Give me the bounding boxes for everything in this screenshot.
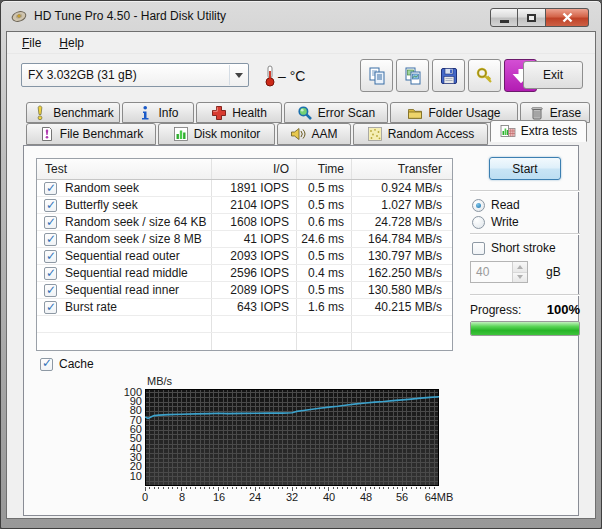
separator: [470, 294, 580, 296]
options-button[interactable]: [468, 59, 501, 92]
exit-button[interactable]: Exit: [523, 61, 583, 89]
separator: [470, 233, 580, 235]
table-row-empty: [37, 333, 452, 350]
spin-up-button[interactable]: [513, 262, 527, 273]
tab-error-scan[interactable]: Error Scan: [284, 102, 388, 123]
tab-info[interactable]: Info: [122, 102, 194, 123]
table-row[interactable]: Burst rate 643 IOPS 1.6 ms 40.215 MB/s: [37, 299, 452, 316]
copy-image-button[interactable]: [396, 59, 429, 92]
x-tick-label: 8: [179, 491, 185, 503]
table-row[interactable]: Sequential read inner 2089 IOPS 0.5 ms 1…: [37, 282, 452, 299]
menu-help[interactable]: Help: [50, 33, 93, 53]
table-row[interactable]: Random seek / size 8 MB 41 IOPS 24.6 ms …: [37, 231, 452, 248]
x-tick-label: 24: [249, 491, 261, 503]
row-checkbox[interactable]: [44, 182, 57, 195]
thermometer-icon: [261, 64, 278, 88]
col-header-test: Test: [37, 159, 212, 179]
row-checkbox[interactable]: [44, 267, 57, 280]
speaker-icon: [290, 126, 306, 142]
write-radio[interactable]: [472, 216, 485, 229]
y-tick-label: 100: [104, 386, 142, 398]
folder-icon: [407, 105, 423, 121]
menu-file[interactable]: File: [13, 33, 50, 53]
drive-selector-dropdown-button[interactable]: [229, 65, 247, 85]
chart-plot-area: [145, 389, 439, 492]
save-icon: [439, 66, 459, 86]
table-row[interactable]: Random seek 1891 IOPS 0.5 ms 0.924 MB/s: [37, 180, 452, 197]
extra-tests-page: Test I/O Time Transfer Random seek 1891 …: [23, 145, 579, 516]
table-row[interactable]: Sequential read middle 2596 IOPS 0.4 ms …: [37, 265, 452, 282]
spin-down-icon: [517, 275, 523, 279]
window-title: HD Tune Pro 4.50 - Hard Disk Utility: [34, 9, 226, 23]
separator: [470, 190, 580, 192]
row-checkbox[interactable]: [44, 216, 57, 229]
progress-row: Progress: 100%: [470, 302, 580, 317]
magnifier-icon: [297, 105, 313, 121]
spinner-buttons: [512, 262, 527, 282]
temperature-indicator: – °C: [261, 64, 305, 88]
table-row-empty: [37, 316, 452, 333]
x-tick-label: 16: [213, 491, 225, 503]
short-stroke-option[interactable]: Short stroke: [472, 241, 556, 255]
chevron-down-icon: [235, 73, 243, 78]
x-tick-label: 40: [323, 491, 335, 503]
col-header-transfer: Transfer: [352, 159, 449, 179]
read-option[interactable]: Read: [472, 198, 520, 212]
tab-benchmark[interactable]: Benchmark: [26, 102, 120, 123]
tab-file-benchmark[interactable]: File Benchmark: [26, 123, 156, 145]
minimize-button[interactable]: [490, 8, 518, 27]
benchmark-icon: [32, 105, 48, 121]
tab-extra-tests[interactable]: Extra tests: [490, 120, 587, 142]
table-row[interactable]: Sequential read outer 2093 IOPS 0.5 ms 1…: [37, 248, 452, 265]
row-checkbox[interactable]: [44, 301, 57, 314]
short-stroke-checkbox[interactable]: [472, 242, 485, 255]
progress-label: Progress:: [470, 303, 521, 317]
temperature-value: – °C: [278, 68, 305, 84]
toolbar: FX 3.032GB (31 gB) – °C: [7, 54, 595, 98]
tab-disk-monitor[interactable]: Disk monitor: [158, 123, 275, 145]
app-window: HD Tune Pro 4.50 - Hard Disk Utility Fil…: [0, 0, 602, 529]
title-bar: HD Tune Pro 4.50 - Hard Disk Utility: [1, 1, 601, 31]
cache-checkbox[interactable]: [40, 358, 53, 371]
row-checkbox[interactable]: [44, 250, 57, 263]
random-dots-icon: [367, 126, 383, 142]
row-checkbox[interactable]: [44, 284, 57, 297]
table-row[interactable]: Random seek / size 64 KB 1608 IOPS 0.6 m…: [37, 214, 452, 231]
info-icon: [137, 105, 153, 121]
table-row[interactable]: Butterfly seek 2104 IOPS 0.5 ms 1.027 MB…: [37, 197, 452, 214]
col-header-time: Time: [297, 159, 352, 179]
row-checkbox[interactable]: [44, 199, 57, 212]
copy-text-button[interactable]: [360, 59, 393, 92]
client-area: File Help FX 3.032GB (31 gB) – °C: [6, 31, 596, 519]
read-radio[interactable]: [472, 199, 485, 212]
x-tick-label: 56: [396, 491, 408, 503]
write-option[interactable]: Write: [472, 215, 519, 229]
menu-bar: File Help: [7, 32, 595, 54]
x-tick-label: 64MB: [425, 491, 454, 503]
tab-random-access[interactable]: Random Access: [353, 123, 488, 145]
capacity-value: 40: [471, 262, 512, 282]
col-header-io: I/O: [212, 159, 297, 179]
row-checkbox[interactable]: [44, 233, 57, 246]
maximize-button[interactable]: [518, 8, 546, 27]
tab-strip: Benchmark Info Health: [7, 98, 595, 146]
tab-health[interactable]: Health: [196, 102, 282, 123]
capacity-spinner[interactable]: 40: [470, 261, 528, 283]
spin-up-icon: [517, 265, 523, 269]
tab-aam[interactable]: AAM: [277, 123, 351, 145]
bar-chart-icon: [173, 126, 189, 142]
tab-row-2: File Benchmark Disk monitor: [26, 123, 587, 145]
drive-selector[interactable]: FX 3.032GB (31 gB): [21, 63, 249, 87]
cache-transfer-chart: MB/s 102030405060708090100 0816243240485…: [104, 374, 544, 512]
cache-option[interactable]: Cache: [40, 357, 94, 371]
drive-selector-value: FX 3.032GB (31 gB): [28, 68, 137, 82]
results-table: Test I/O Time Transfer Random seek 1891 …: [36, 158, 453, 351]
minimize-icon: [500, 20, 509, 23]
chart-y-axis-title: MB/s: [147, 375, 172, 387]
save-button[interactable]: [432, 59, 465, 92]
start-button[interactable]: Start: [489, 157, 561, 180]
x-tick-label: 32: [286, 491, 298, 503]
toolbar-buttons: [360, 59, 537, 92]
spin-down-button[interactable]: [513, 273, 527, 283]
close-button[interactable]: [546, 8, 589, 27]
